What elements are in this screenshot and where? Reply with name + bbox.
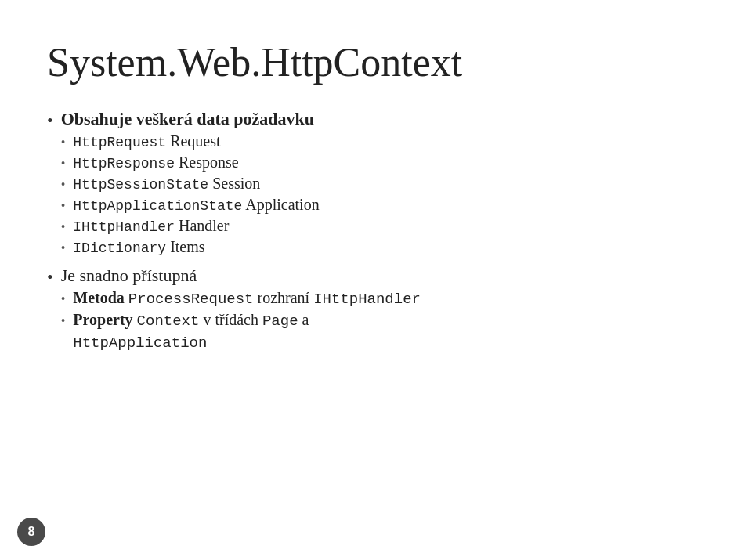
main-item-1-text: Obsahuje veškerá data požadavku [61,109,314,128]
sub-bullet-4: • [61,199,66,213]
sub-item-7-bold: Metoda [73,289,125,306]
main-list-item-2: • Je snadno přístupná • Metoda ProcessRe… [47,266,705,355]
sub-item-1-plain: Request [166,132,220,150]
sub-item-2-plain: Response [175,154,239,171]
sub-bullet-6: • [61,241,66,255]
sub-item-4-plain: Application [242,196,319,213]
main-item-2-content: Je snadno přístupná • Metoda ProcessRequ… [61,266,705,355]
sub-item-7-plain: rozhraní [258,289,314,306]
sub-list-item-6: • IDictionary Items [61,238,705,256]
sub-item-8-plain: v třídách [203,311,262,328]
sub-list-item-3: • HttpSessionState Session [61,175,705,193]
sub-item-1-text: HttpRequest Request [73,132,705,150]
sub-item-9-text: HttpApplication [73,333,705,352]
main-item-1-content: Obsahuje veškerá data požadavku • HttpRe… [61,109,705,259]
sub-item-2-mono: HttpResponse [73,156,175,172]
slide: System.Web.HttpContext • Obsahuje vešker… [0,0,752,560]
sub-item-8-text: Property Context v třídách Page a [73,311,705,330]
sub-list-item-7: • Metoda ProcessRequest rozhraní IHttpHa… [61,289,705,308]
sub-bullet-3: • [61,178,66,192]
sub-bullet-7: • [61,292,66,306]
sub-item-6-text: IDictionary Items [73,238,705,256]
sub-item-4-mono: HttpApplicationState [73,198,242,214]
sub-item-7-mono: ProcessRequest [128,291,254,308]
main-item-2-text: Je snadno přístupná [61,266,197,285]
sub-list-item-1: • HttpRequest Request [61,132,705,150]
sub-list-item-8: • Property Context v třídách Page a [61,311,705,330]
slide-title: System.Web.HttpContext [47,39,705,85]
sub-item-8-mono2: Page [262,313,298,330]
bullet-2: • [47,267,53,287]
slide-content: • Obsahuje veškerá data požadavku • Http… [47,109,705,355]
sub-item-3-mono: HttpSessionState [73,177,208,193]
page-number: 8 [17,518,45,546]
sub-item-8-plain2: a [302,311,309,328]
sub-item-5-plain: Handler [175,217,229,234]
sub-item-6-mono: IDictionary [73,240,166,256]
sub-item-2-text: HttpResponse Response [73,154,705,172]
sub-bullet-1: • [61,135,66,150]
main-list-item-1: • Obsahuje veškerá data požadavku • Http… [47,109,705,259]
sub-item-3-text: HttpSessionState Session [73,175,705,193]
sub-bullet-8: • [61,314,66,328]
sub-item-5-text: IHttpHandler Handler [73,217,705,235]
sub-bullet-2: • [61,157,66,171]
sub-list-item-4: • HttpApplicationState Application [61,196,705,214]
sub-list-2: • Metoda ProcessRequest rozhraní IHttpHa… [61,289,705,352]
sub-item-9-mono: HttpApplication [73,334,207,352]
sub-item-4-text: HttpApplicationState Application [73,196,705,214]
main-list: • Obsahuje veškerá data požadavku • Http… [47,109,705,355]
sub-item-1-mono: HttpRequest [73,135,166,150]
sub-list-item-2: • HttpResponse Response [61,154,705,172]
sub-list-item-9: • HttpApplication [61,333,705,352]
bullet-1: • [47,110,53,131]
sub-item-5-mono: IHttpHandler [73,219,175,235]
sub-item-7-text: Metoda ProcessRequest rozhraní IHttpHand… [73,289,705,308]
sub-item-8-mono: Context [137,313,200,330]
sub-item-3-plain: Session [208,175,260,192]
sub-list-item-5: • IHttpHandler Handler [61,217,705,235]
sub-item-6-plain: Items [166,238,204,255]
sub-item-8-bold: Property [73,311,132,328]
sub-list-1: • HttpRequest Request • HttpResponse Res… [61,132,705,256]
sub-bullet-5: • [61,220,66,234]
sub-item-7-mono2: IHttpHandler [313,291,421,308]
